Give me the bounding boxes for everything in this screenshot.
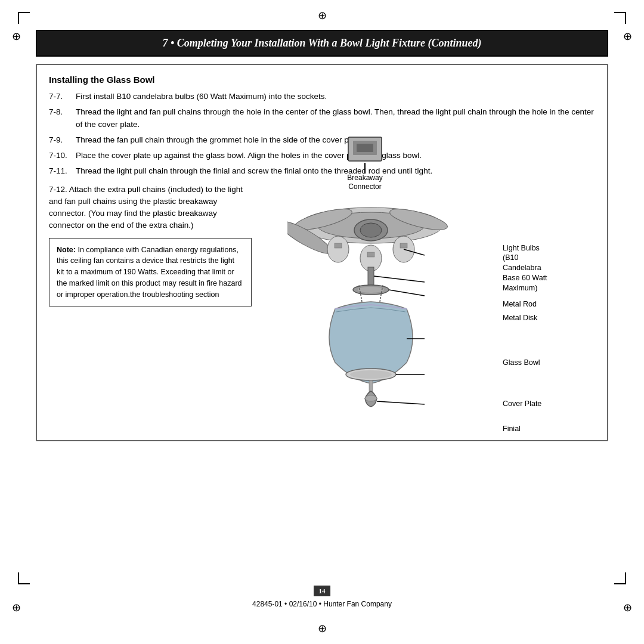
label-cover-plate: Cover Plate (503, 399, 595, 409)
right-labels: Light Bulbs(B10CandelabraBase 60 WattMax… (503, 190, 595, 435)
svg-line-27 (389, 290, 425, 296)
svg-line-30 (377, 401, 425, 404)
reg-mark-right-top: ⊕ (623, 30, 632, 43)
corner-mark-bl (18, 572, 30, 584)
label-metal-disk: Metal Disk (503, 313, 595, 323)
step-7-7: 7-7. First install B10 candelabra bulbs … (49, 91, 595, 103)
step-7-10: 7-10. Place the cover plate up against t… (49, 150, 595, 162)
label-finial: Finial (503, 424, 595, 434)
content-box: Installing the Glass Bowl 7-7. First ins… (36, 64, 608, 441)
reg-mark-bottom: ⊕ (318, 622, 327, 635)
note-box: Note: In compliance with Canadian energy… (49, 238, 252, 307)
svg-point-22 (365, 395, 377, 401)
svg-rect-16 (368, 267, 374, 285)
diagram-section: Breakaway Connector (252, 184, 595, 431)
svg-rect-2 (357, 144, 373, 152)
svg-rect-13 (400, 243, 407, 248)
svg-point-20 (350, 370, 392, 379)
svg-line-26 (374, 276, 425, 282)
step-7-12: 7-12. Attach the extra pull chains (incl… (49, 184, 252, 232)
corner-mark-tr (614, 12, 626, 24)
reg-mark-top: ⊕ (318, 9, 327, 22)
section-title: Installing the Glass Bowl (49, 75, 595, 85)
bottom-area: 7-12. Attach the extra pull chains (incl… (49, 184, 595, 431)
label-light-bulbs: Light Bulbs(B10CandelabraBase 60 WattMax… (503, 243, 595, 293)
corner-mark-br (614, 572, 626, 584)
page-number: 14 (314, 586, 330, 596)
page-title: 7 • Completing Your Installation With a … (36, 30, 608, 57)
reg-mark-right-bottom: ⊕ (623, 601, 632, 614)
reg-mark-left-top: ⊕ (12, 30, 21, 43)
corner-mark-tl (18, 12, 30, 24)
connector-arrow-line (364, 163, 366, 174)
left-section: 7-12. Attach the extra pull chains (incl… (49, 184, 252, 307)
svg-point-10 (327, 236, 349, 262)
reg-mark-left-bottom: ⊕ (12, 601, 21, 614)
label-metal-rod: Metal Rod (503, 299, 595, 309)
label-glass-bowl: Glass Bowl (503, 358, 595, 368)
svg-rect-15 (367, 252, 374, 257)
fan-diagram (287, 190, 454, 428)
step-7-8: 7-8. Thread the light and fan pull chain… (49, 106, 595, 131)
steps-list: 7-7. First install B10 candelabra bulbs … (49, 91, 595, 178)
breakaway-connector-img (347, 136, 383, 163)
page-footer: 14 42845-01 • 02/16/10 • Hunter Fan Comp… (252, 586, 392, 608)
svg-rect-11 (335, 243, 342, 248)
svg-point-18 (358, 287, 384, 293)
step-7-9: 7-9. Thread the fan pull chain through t… (49, 134, 595, 146)
breakaway-connector-label: Breakaway Connector (347, 174, 382, 192)
step-7-11: 7-11. Thread the light pull chain throug… (49, 165, 595, 177)
breakaway-connector-section: Breakaway Connector (347, 136, 383, 192)
svg-point-9 (360, 223, 382, 237)
footer-text: 42845-01 • 02/16/10 • Hunter Fan Company (252, 600, 392, 608)
